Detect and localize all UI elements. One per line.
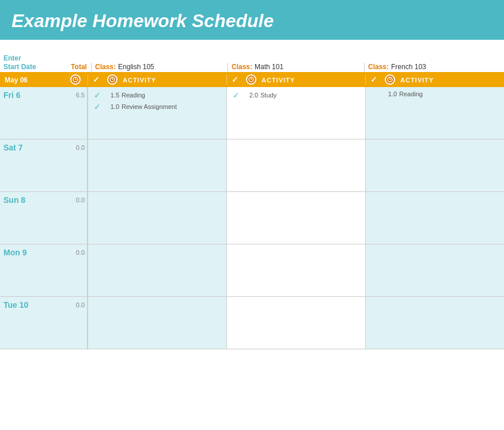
class2-header-cols: ✓ ACTIVITY: [226, 74, 365, 85]
class2-check-col: ✓: [227, 75, 243, 84]
class3-check-icon: ✓: [370, 75, 377, 84]
class-header-1: Class: Math 101: [228, 63, 364, 72]
class1-header-cols: ✓ ACTIVITY: [88, 74, 226, 85]
total-icon-col: [63, 74, 88, 85]
day-name-col-0: Fri 6: [0, 87, 63, 139]
class2-activity-col: ACTIVITY: [259, 74, 365, 85]
activity-item-0-2-0: 1.0Reading: [366, 89, 504, 99]
class-cell-2-2: [365, 192, 504, 244]
class-cell-3-1: [226, 244, 365, 296]
class1-check-icon: ✓: [93, 75, 100, 84]
page-title: Example Homework Schedule: [12, 10, 492, 32]
day-row-2: Sun 80.0: [0, 192, 504, 244]
day-total-0: 6.5: [63, 87, 88, 139]
class-cell-1-0: [88, 139, 226, 191]
class1-time-col: [104, 74, 120, 85]
class3-header-cols: ✓ ACTIVITY: [365, 74, 504, 85]
start-date-section: Enter Start Date: [3, 54, 67, 72]
activity-name-0-1-0: Study: [260, 92, 364, 99]
class-cell-2-0: [88, 192, 226, 244]
class-cell-0-1: ✓2.0Study: [226, 87, 365, 139]
activity-item-0-0-0: ✓1.5Reading: [88, 89, 226, 101]
day-name-col-3: Mon 9: [0, 244, 63, 296]
day-total-1: 0.0: [63, 139, 88, 191]
class2-clock-icon: [246, 74, 256, 85]
activity-time-0-0-1: 1.0: [105, 103, 122, 110]
page-wrapper: Example Homework Schedule Enter Start Da…: [0, 0, 504, 349]
column-header-row: ✓ ACTIVITY ✓: [0, 72, 504, 87]
class3-activity-label: ACTIVITY: [400, 77, 434, 84]
class-header-2: Class: French 103: [364, 63, 501, 72]
class3-clock-icon: [385, 74, 395, 85]
class1-check-col: ✓: [88, 75, 104, 84]
day-total-3: 0.0: [63, 244, 88, 296]
class2-time-col: [243, 74, 259, 85]
date-input[interactable]: [2, 75, 53, 85]
day-label-1: Sat 7: [3, 143, 61, 152]
clock-svg2: [109, 77, 115, 82]
class1-activity-label: ACTIVITY: [123, 77, 156, 84]
class-label-2: Class:: [368, 63, 389, 71]
class-cell-3-2: [365, 244, 504, 296]
date-input-cell[interactable]: [0, 74, 63, 85]
day-name-col-2: Sun 8: [0, 192, 63, 244]
activity-name-0-2-0: Reading: [399, 90, 503, 97]
class-name-2: French 103: [391, 63, 426, 71]
class-name-1: Math 101: [255, 63, 283, 71]
class2-check-icon: ✓: [232, 75, 238, 84]
day-total-2: 0.0: [63, 192, 88, 244]
class-headers: Class: English 105 Class: Math 101 Class…: [91, 63, 501, 72]
class-cell-0-2: 1.0Reading: [365, 87, 504, 139]
day-label-3: Mon 9: [3, 248, 61, 257]
day-name-col-4: Tue 10: [0, 297, 63, 349]
activity-time-0-1-0: 2.0: [244, 92, 260, 99]
total-label-area: Total: [67, 63, 91, 72]
day-row-0: Fri 66.5✓1.5Reading✓1.0Review Assignment…: [0, 87, 504, 139]
day-name-col-1: Sat 7: [0, 139, 63, 191]
class1-activity-col: ACTIVITY: [120, 74, 226, 85]
class-cell-4-1: [226, 297, 365, 349]
class3-check-col: ✓: [366, 75, 382, 84]
class-header-0: Class: English 105: [91, 63, 228, 72]
class-cell-0-0: ✓1.5Reading✓1.0Review Assignment: [88, 87, 226, 139]
class-cell-1-2: [365, 139, 504, 191]
class-cell-4-0: [88, 297, 226, 349]
clock-svg4: [387, 77, 393, 82]
class-label-0: Class:: [95, 63, 116, 71]
activity-check-0-0-1: ✓: [89, 102, 105, 111]
page-header: Example Homework Schedule: [0, 0, 504, 40]
activity-check-0-0-0: ✓: [89, 90, 105, 100]
activity-item-0-0-1: ✓1.0Review Assignment: [88, 101, 226, 112]
activity-time-0-0-0: 1.5: [105, 92, 122, 99]
class3-activity-col: ACTIVITY: [398, 74, 504, 85]
day-total-4: 0.0: [63, 297, 88, 349]
start-date-label: Enter Start Date: [3, 54, 67, 72]
class2-activity-label: ACTIVITY: [262, 77, 295, 84]
schedule-rows: Fri 66.5✓1.5Reading✓1.0Review Assignment…: [0, 87, 504, 349]
activity-name-0-0-0: Reading: [122, 92, 225, 99]
day-label-0: Fri 6: [3, 90, 61, 100]
class-cell-4-2: [365, 297, 504, 349]
total-clock-icon: [70, 74, 81, 85]
activity-name-0-0-1: Review Assignment: [122, 103, 225, 110]
class-cell-1-1: [226, 139, 365, 191]
day-row-3: Mon 90.0: [0, 244, 504, 297]
activity-item-0-1-0: ✓2.0Study: [227, 89, 365, 101]
day-row-4: Tue 100.0: [0, 297, 504, 349]
clock-svg3: [248, 77, 254, 82]
day-row-1: Sat 70.0: [0, 139, 504, 192]
controls-area: Enter Start Date Total Class: English 10…: [0, 40, 504, 72]
class3-time-col: [382, 74, 398, 85]
activity-time-0-2-0: 1.0: [383, 90, 399, 97]
class-name-0: English 105: [118, 63, 154, 71]
total-label: Total: [71, 63, 87, 71]
clock-svg: [73, 77, 78, 82]
class-label-1: Class:: [232, 63, 252, 71]
activity-check-0-1-0: ✓: [228, 90, 244, 100]
class-cell-2-1: [226, 192, 365, 244]
class1-clock-icon: [107, 74, 118, 85]
day-label-4: Tue 10: [3, 300, 61, 310]
class-cell-3-0: [88, 244, 226, 296]
day-label-2: Sun 8: [3, 195, 61, 205]
